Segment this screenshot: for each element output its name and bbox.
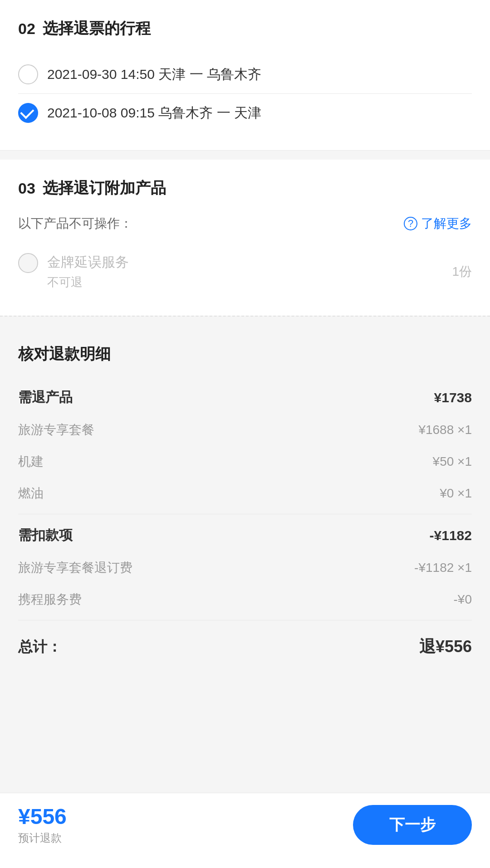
section-gap-2: [0, 317, 490, 326]
trip-item-2[interactable]: 2021-10-08 09:15 乌鲁木齐 一 天津: [18, 94, 472, 132]
sub-item-2-value: ¥0 ×1: [440, 486, 472, 501]
refund-sub-item-0: 旅游专享套餐 ¥1688 ×1: [18, 414, 472, 446]
product-1-sub: 不可退: [47, 274, 443, 290]
section-03-header: 以下产品不可操作： ? 了解更多: [18, 215, 472, 232]
deduction-sub-item-0: 旅游专享套餐退订费 -¥1182 ×1: [18, 552, 472, 584]
total-label: 总计：: [18, 637, 62, 657]
section-03-title: 03 选择退订附加产品: [18, 178, 472, 199]
deduction-sub-0-value: -¥1182 ×1: [414, 561, 472, 575]
deduction-value: -¥1182: [430, 528, 472, 543]
total-value: 退¥556: [419, 636, 472, 658]
product-1-qty: 1份: [452, 263, 472, 280]
trip-1-label: 2021-09-30 14:50 天津 一 乌鲁木齐: [47, 65, 261, 84]
sub-item-1-value: ¥50 ×1: [433, 454, 472, 469]
deduction-sub-1-value: -¥0: [454, 592, 472, 607]
trip-1-radio[interactable]: [18, 64, 38, 84]
refund-section: 核对退款明细 需退产品 ¥1738 旅游专享套餐 ¥1688 ×1 机建 ¥50…: [0, 326, 490, 681]
section-03-title-text: 选择退订附加产品: [43, 178, 166, 199]
product-1-name: 金牌延误服务: [47, 253, 443, 272]
refund-sub-item-1: 机建 ¥50 ×1: [18, 446, 472, 478]
section-02-title: 02 选择退票的行程: [18, 18, 472, 39]
section-03: 03 选择退订附加产品 以下产品不可操作： ? 了解更多 金牌延误服务 不可退 …: [0, 160, 490, 316]
bottom-bar: ¥556 预计退款 下一步: [0, 793, 490, 868]
refund-items-value: ¥1738: [434, 390, 472, 405]
refund-title: 核对退款明细: [18, 344, 472, 365]
sub-item-2-label: 燃油: [18, 485, 44, 502]
total-row: 总计： 退¥556: [18, 625, 472, 663]
refund-items-label: 需退产品: [18, 388, 73, 407]
bottom-price: ¥556 预计退款: [18, 804, 67, 845]
bottom-price-label: 预计退款: [18, 831, 67, 845]
learn-more-link[interactable]: ? 了解更多: [404, 215, 472, 232]
deduction-sub-item-1: 携程服务费 -¥0: [18, 584, 472, 615]
section-03-number: 03: [18, 180, 35, 197]
section-02-title-text: 选择退票的行程: [43, 18, 151, 39]
product-item-1: 金牌延误服务 不可退 1份: [18, 246, 472, 297]
refund-inner-divider: [18, 514, 472, 514]
bottom-spacer: [0, 681, 490, 762]
trip-2-radio[interactable]: [18, 103, 38, 123]
section-02: 02 选择退票的行程 2021-09-30 14:50 天津 一 乌鲁木齐 20…: [0, 0, 490, 150]
sub-item-0-value: ¥1688 ×1: [418, 423, 472, 437]
refund-total-divider: [18, 620, 472, 620]
sub-item-1-label: 机建: [18, 453, 44, 470]
deduction-sub-0-label: 旅游专享套餐退订费: [18, 559, 132, 576]
trip-item-1[interactable]: 2021-09-30 14:50 天津 一 乌鲁木齐: [18, 55, 472, 93]
deduction-row: 需扣款项 -¥1182: [18, 519, 472, 552]
refund-sub-item-2: 燃油 ¥0 ×1: [18, 478, 472, 509]
deduction-label: 需扣款项: [18, 526, 73, 545]
non-operable-label: 以下产品不可操作：: [18, 215, 132, 232]
sub-item-0-label: 旅游专享套餐: [18, 421, 94, 439]
trip-2-label: 2021-10-08 09:15 乌鲁木齐 一 天津: [47, 104, 261, 122]
section-02-number: 02: [18, 20, 35, 38]
refund-items-row: 需退产品 ¥1738: [18, 381, 472, 414]
section-gap-1: [0, 151, 490, 160]
product-1-info: 金牌延误服务 不可退: [47, 253, 443, 290]
bottom-price-amount: ¥556: [18, 804, 67, 829]
deduction-sub-1-label: 携程服务费: [18, 591, 82, 608]
product-1-radio: [18, 253, 38, 273]
info-icon: ?: [404, 217, 417, 230]
learn-more-text: 了解更多: [421, 215, 472, 232]
next-step-button[interactable]: 下一步: [353, 805, 472, 845]
